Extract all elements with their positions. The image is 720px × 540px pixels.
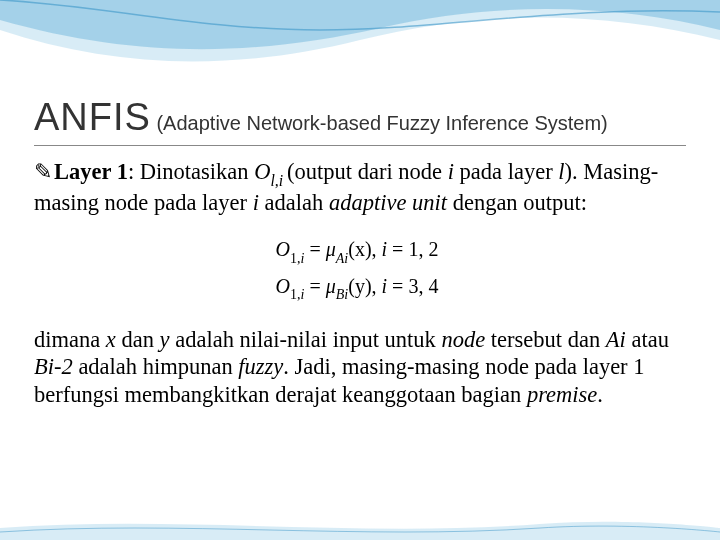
label-layer1: Layer 1	[54, 159, 128, 184]
equation-row-1: O1,i = μAi(x), i = 1, 2	[34, 232, 680, 269]
term-fuzzy: fuzzy	[238, 354, 283, 379]
content-body: ✎Layer 1: Dinotasikan Ol,i (output dari …	[34, 158, 680, 408]
bullet-icon: ✎	[34, 159, 52, 186]
eq-O: O	[276, 238, 290, 260]
var-Bi2: Bi-2	[34, 354, 73, 379]
eq-sub-i: i	[301, 287, 305, 302]
text: dengan output:	[447, 190, 587, 215]
decorative-wave-bottom	[0, 510, 720, 540]
sub-li: l,i	[270, 172, 287, 189]
var-O: O	[254, 159, 270, 184]
text: dimana	[34, 327, 106, 352]
text: pada layer	[454, 159, 558, 184]
equation-block: O1,i = μAi(x), i = 1, 2 O1,i = μBi(y), i…	[34, 232, 680, 306]
var-Ai: Ai	[606, 327, 626, 352]
eq-mu: μ	[326, 275, 336, 297]
text: .	[597, 382, 603, 407]
decorative-wave-top	[0, 0, 720, 80]
eq-sub: 1,	[290, 287, 301, 302]
eq-O: O	[276, 275, 290, 297]
text: dan	[116, 327, 160, 352]
text: adalah	[259, 190, 329, 215]
eq-eq: =	[304, 275, 325, 297]
eq-mu: μ	[326, 238, 336, 260]
eq-sub-i: i	[301, 251, 305, 266]
equation-row-2: O1,i = μBi(y), i = 3, 4	[34, 269, 680, 306]
text: tersebut dan	[485, 327, 606, 352]
term-premise: premise	[527, 382, 597, 407]
text: adalah nilai-nilai input untuk	[170, 327, 442, 352]
var-x: x	[106, 327, 116, 352]
title-subtitle: (Adaptive Network-based Fuzzy Inference …	[151, 112, 608, 134]
text: (output dari node	[287, 159, 448, 184]
paragraph-explanation: dimana x dan y adalah nilai-nilai input …	[34, 326, 680, 408]
text: atau	[626, 327, 669, 352]
paragraph-layer1: ✎Layer 1: Dinotasikan Ol,i (output dari …	[34, 158, 680, 216]
term-node: node	[441, 327, 485, 352]
text: : Dinotasikan	[128, 159, 254, 184]
eq-arg: (y),	[348, 275, 381, 297]
eq-sub: 1,	[290, 251, 301, 266]
title-main: ANFIS	[34, 96, 151, 138]
title-row: ANFIS (Adaptive Network-based Fuzzy Infe…	[34, 96, 686, 146]
term-adaptive-unit: adaptive unit	[329, 190, 447, 215]
eq-range: = 1, 2	[387, 238, 438, 260]
eq-arg: (x),	[348, 238, 381, 260]
eq-sub-Ai: Ai	[336, 251, 348, 266]
var-y: y	[160, 327, 170, 352]
eq-sub-Bi: Bi	[336, 287, 348, 302]
text: adalah himpunan	[73, 354, 239, 379]
slide: ANFIS (Adaptive Network-based Fuzzy Infe…	[0, 0, 720, 540]
eq-eq: =	[304, 238, 325, 260]
eq-range: = 3, 4	[387, 275, 438, 297]
